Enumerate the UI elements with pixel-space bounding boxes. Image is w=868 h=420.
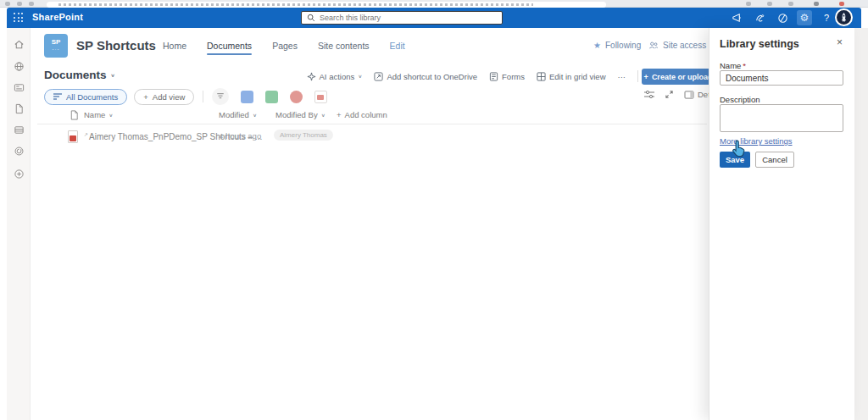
chevron-down-icon: ∨ — [111, 72, 115, 77]
browser-account-icon[interactable] — [839, 2, 844, 6]
forms-button[interactable]: Forms — [489, 72, 525, 81]
nav-edit[interactable]: Edit — [390, 41, 405, 55]
grid-icon — [537, 72, 546, 81]
browser-back-icon[interactable] — [5, 2, 10, 6]
page-icon — [70, 110, 79, 120]
funnel-icon — [216, 92, 225, 101]
file-type-column-icon[interactable] — [70, 110, 79, 120]
table-row[interactable]: ↗Aimery Thomas_PnPDemo_SP Shortcuts – ..… — [0, 128, 709, 145]
powerpoint-app-icon[interactable] — [290, 91, 303, 103]
plus-icon: + — [337, 110, 342, 119]
announcement-icon[interactable] — [729, 10, 744, 25]
column-modified-by[interactable]: Modified By ∨ — [275, 110, 326, 119]
nav-site-contents[interactable]: Site contents — [318, 41, 370, 55]
expand-icon — [665, 90, 674, 99]
browser-extension-icon[interactable] — [746, 2, 751, 6]
loop-icon[interactable] — [13, 145, 25, 157]
column-modified[interactable]: Modified ∨ — [219, 110, 257, 119]
add-view-button[interactable]: + Add view — [134, 89, 194, 105]
star-icon: ★ — [593, 41, 601, 50]
views-bar: All Documents + Add view — [44, 88, 327, 105]
search-box[interactable] — [301, 11, 503, 25]
panel-title: Library settings — [720, 38, 799, 50]
forms-icon — [489, 72, 498, 81]
nav-documents[interactable]: Documents — [207, 41, 252, 55]
excel-app-icon[interactable] — [265, 91, 278, 103]
overflow-menu-button[interactable]: ··· — [618, 72, 626, 81]
chevron-down-icon: ∨ — [108, 112, 113, 117]
search-input[interactable] — [320, 14, 497, 22]
user-avatar[interactable] — [835, 8, 853, 26]
details-icon — [684, 91, 694, 99]
description-field[interactable] — [720, 104, 843, 132]
help-icon[interactable]: ? — [819, 10, 834, 25]
add-column-button[interactable]: + Add column — [337, 110, 387, 119]
browser-refresh-icon[interactable] — [29, 2, 34, 6]
home-icon[interactable] — [13, 38, 25, 50]
rocket-icon — [839, 12, 849, 23]
plus-icon: + — [143, 92, 148, 102]
current-view-pill[interactable]: All Documents — [44, 89, 127, 105]
divider — [37, 124, 707, 124]
description-label: Description — [720, 95, 760, 104]
browser-url-bar[interactable] — [47, 2, 606, 8]
news-icon[interactable] — [13, 81, 25, 93]
chevron-down-icon: ∨ — [358, 74, 362, 79]
shared-indicator-icon: ↗ — [84, 132, 88, 137]
site-title: SP Shortcuts — [76, 38, 156, 52]
circle-slash-icon[interactable] — [775, 10, 790, 25]
browser-forward-icon[interactable] — [17, 2, 22, 6]
pen-icon[interactable] — [752, 10, 767, 25]
browser-menu-icon[interactable] — [788, 2, 793, 6]
modified-by-pill[interactable]: Aimery Thomas — [274, 130, 333, 141]
people-icon — [648, 41, 659, 50]
pdf-file-icon — [68, 130, 78, 143]
browser-profile-icon[interactable] — [814, 2, 819, 6]
app-sidebar — [7, 28, 31, 420]
nav-home[interactable]: Home — [163, 41, 186, 55]
more-library-settings-link[interactable]: More library settings — [720, 136, 793, 146]
search-icon — [307, 14, 315, 22]
filter-button[interactable] — [212, 88, 229, 105]
plus-icon: + — [644, 73, 648, 81]
divider — [203, 91, 203, 102]
required-mark: * — [743, 61, 746, 70]
column-name[interactable]: Name ∨ — [84, 110, 113, 119]
table-header: Name ∨ Modified ∨ Modified By ∨ + Add co… — [0, 110, 709, 122]
following-button[interactable]: ★ Following — [593, 41, 641, 50]
nav-pages[interactable]: Pages — [272, 41, 298, 55]
page-gutter — [854, 28, 868, 420]
expand-button[interactable] — [665, 90, 674, 99]
save-button[interactable]: Save — [720, 152, 750, 168]
pdf-app-icon[interactable] — [314, 91, 327, 103]
edit-grid-view-button[interactable]: Edit in grid view — [537, 72, 606, 81]
browser-bookmark-icon[interactable] — [767, 2, 772, 6]
close-icon[interactable]: × — [837, 36, 843, 48]
settings-gear-icon[interactable]: ⚙ — [797, 10, 812, 25]
modified-value: 4 hours ago — [219, 131, 261, 141]
create-plus-icon[interactable] — [13, 168, 25, 180]
app-launcher-icon[interactable] — [14, 13, 24, 23]
divider — [637, 70, 638, 82]
create-or-upload-button[interactable]: + Create or upload — [642, 69, 715, 85]
site-logo[interactable]: SP -·- — [44, 34, 68, 58]
ai-actions-button[interactable]: AI actions ∨ — [307, 72, 363, 81]
library-settings-panel: Library settings × Name* Description Mor… — [709, 28, 854, 420]
sharepoint-app: SharePoint ⚙ ? — [0, 0, 868, 420]
app-name[interactable]: SharePoint — [32, 12, 83, 22]
chevron-down-icon: ∨ — [321, 112, 326, 117]
shortcut-icon — [374, 72, 383, 81]
globe-icon[interactable] — [13, 60, 25, 72]
word-app-icon[interactable] — [241, 91, 253, 103]
browser-chrome — [0, 0, 868, 8]
name-label: Name* — [720, 61, 746, 70]
library-title[interactable]: Documents ∨ — [44, 69, 115, 81]
cancel-button[interactable]: Cancel — [755, 152, 794, 168]
name-field[interactable] — [720, 70, 843, 86]
command-bar-actions: AI actions ∨ Add shortcut to OneDrive Fo… — [307, 70, 638, 82]
tune-button[interactable] — [644, 90, 654, 99]
site-nav: Home Documents Pages Site contents Edit — [163, 41, 405, 55]
site-access-button[interactable]: Site access — [648, 41, 706, 50]
suite-bar: SharePoint ⚙ ? — [7, 8, 861, 28]
add-shortcut-onedrive-button[interactable]: Add shortcut to OneDrive — [374, 72, 477, 81]
